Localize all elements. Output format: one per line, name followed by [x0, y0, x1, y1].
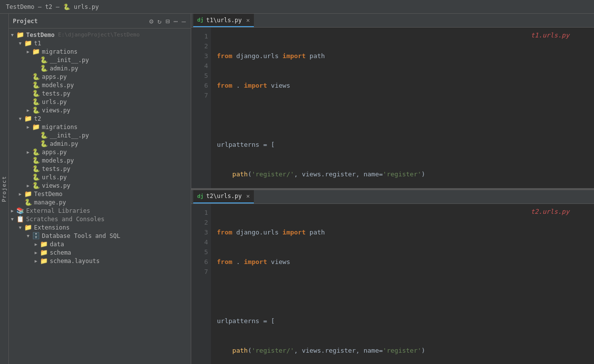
tree-item-urls-t1[interactable]: ▶ 🐍 urls.py [9, 98, 191, 106]
sidebar-header: Project ⚙ ↻ ⊟ ⋯ — [9, 14, 191, 29]
more-icon[interactable]: ⋯ [173, 17, 178, 26]
editor-area: dj t1\urls.py ✕ 1 2 3 4 5 6 7 from djang… [191, 14, 594, 364]
top-tab[interactable]: dj t1\urls.py ✕ [193, 14, 254, 27]
tree-item-tests-t2[interactable]: ▶ 🐍 tests.py [9, 165, 191, 173]
tree-item-urls-t2[interactable]: ▶ 🐍 urls.py [9, 173, 191, 181]
bottom-code-content: from django.urls import path from . impo… [211, 204, 594, 364]
tree-item-apps-t1[interactable]: ▶ 🐍 apps.py [9, 72, 191, 81]
dj-icon-top: dj [197, 17, 204, 23]
tree-item-schema[interactable]: ▶ 📁 schema [9, 248, 191, 257]
tree-root[interactable]: ▼ 📁 TestDemo E:\djangoProject\TestDemo [9, 31, 191, 39]
project-tab-label: Project [1, 176, 7, 202]
top-comment-label: t1.urls.py [531, 32, 569, 39]
bottom-code-editor[interactable]: 1 2 3 4 5 6 7 from django.urls import pa… [191, 204, 594, 364]
tree-item-testdemo[interactable]: ▶ 📁 TestDemo [9, 190, 191, 198]
bottom-editor-panel: dj t2\urls.py ✕ 1 2 3 4 5 6 7 from djang… [191, 190, 594, 364]
window-title: TestDemo – t2 – 🐍 urls.py [6, 3, 99, 10]
tree-item-scratches[interactable]: ▼ 📋 Scratches and Consoles [9, 215, 191, 223]
tree-item-migrations-t1[interactable]: ▶ 📁 migrations [9, 47, 191, 56]
minimize-icon[interactable]: — [181, 17, 187, 26]
tree-item-views-t2[interactable]: ▶ 🐍 views.py [9, 181, 191, 190]
bottom-tab-label: t2\urls.py [206, 193, 242, 199]
tree-item-data[interactable]: ▶ 📁 data [9, 240, 191, 248]
bottom-comment-label: t2.urls.py [531, 208, 569, 215]
bottom-tab-close[interactable]: ✕ [246, 193, 250, 199]
top-code-content: from django.urls import path from . impo… [211, 28, 594, 188]
project-tab[interactable]: Project [0, 14, 9, 364]
tree-item-apps-t2[interactable]: ▶ 🐍 apps.py [9, 148, 191, 156]
tree-item-init-t2[interactable]: ▶ 🐍 __init__.py [9, 131, 191, 139]
top-code-editor[interactable]: 1 2 3 4 5 6 7 from django.urls import pa… [191, 28, 594, 188]
bottom-line-numbers: 1 2 3 4 5 6 7 [191, 204, 211, 364]
top-tab-bar: dj t1\urls.py ✕ [191, 14, 594, 28]
top-line-numbers: 1 2 3 4 5 6 7 [191, 28, 211, 188]
tree-item-manage[interactable]: ▶ 🐍 manage.py [9, 198, 191, 206]
top-tab-label: t1\urls.py [206, 17, 242, 24]
top-editor-panel: dj t1\urls.py ✕ 1 2 3 4 5 6 7 from djang… [191, 14, 594, 188]
tree-item-models-t2[interactable]: ▶ 🐍 models.py [9, 156, 191, 165]
file-tree: ▼ 📁 TestDemo E:\djangoProject\TestDemo ▼… [9, 29, 191, 364]
tree-item-models-t1[interactable]: ▶ 🐍 models.py [9, 81, 191, 89]
tree-item-migrations-t2[interactable]: ▶ 📁 migrations [9, 123, 191, 131]
sidebar-title: Project [13, 18, 145, 25]
sidebar: Project ⚙ ↻ ⊟ ⋯ — ▼ 📁 TestDemo E:\django… [9, 14, 191, 364]
tree-item-external-libs[interactable]: ▶ 📚 External Libraries [9, 206, 191, 215]
dj-icon-bottom: dj [197, 193, 204, 199]
tree-item-views-t1[interactable]: ▶ 🐍 views.py [9, 106, 191, 114]
refresh-icon[interactable]: ↻ [156, 17, 162, 26]
tree-item-t2[interactable]: ▼ 📁 t2 [9, 114, 191, 123]
bottom-tab[interactable]: dj t2\urls.py ✕ [193, 190, 254, 203]
tree-item-admin-t1[interactable]: ▶ 🐍 admin.py [9, 64, 191, 72]
tree-item-extensions[interactable]: ▼ 📁 Extensions [9, 223, 191, 232]
bottom-tab-bar: dj t2\urls.py ✕ [191, 190, 594, 204]
tree-item-t1[interactable]: ▼ 📁 t1 [9, 39, 191, 47]
tree-item-init-t1[interactable]: ▶ 🐍 __init__.py [9, 56, 191, 64]
settings-icon[interactable]: ⚙ [148, 17, 154, 26]
tree-item-tests-t1[interactable]: ▶ 🐍 tests.py [9, 89, 191, 98]
tree-item-schema-layouts[interactable]: ▶ 📁 schema.layouts [9, 257, 191, 265]
collapse-icon[interactable]: ⊟ [165, 17, 171, 26]
top-tab-close[interactable]: ✕ [246, 17, 250, 24]
tree-item-db-tools[interactable]: ▼ 🗄️ Database Tools and SQL [9, 232, 191, 240]
tree-item-admin-t2[interactable]: ▶ 🐍 admin.py [9, 139, 191, 148]
